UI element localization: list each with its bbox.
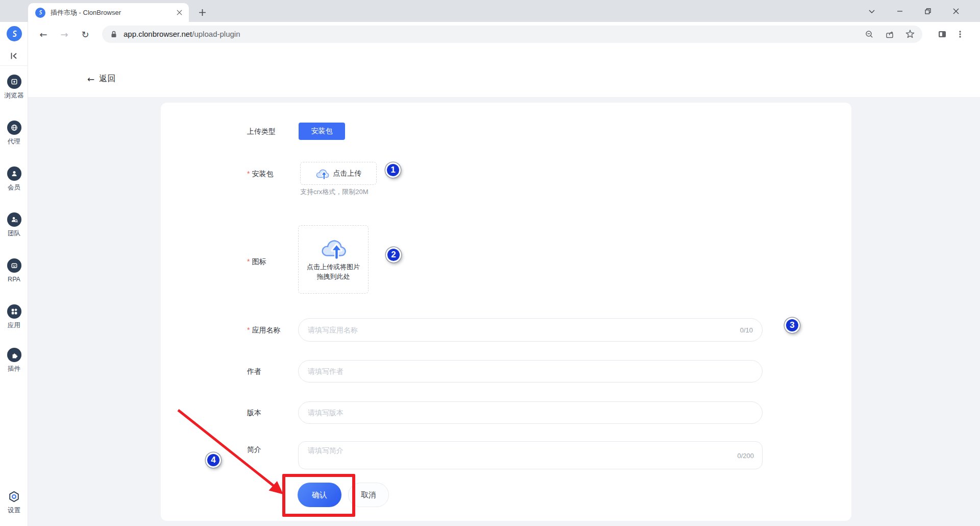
required-mark: * <box>247 257 250 266</box>
cloud-upload-icon <box>320 237 347 259</box>
back-label: 返回 <box>99 74 115 84</box>
window-controls <box>857 0 970 22</box>
app-sidebar: 浏览器 代理 会员 团队 <box>0 22 28 526</box>
author-input[interactable] <box>299 361 762 382</box>
package-hint: 支持crx格式，限制20M <box>300 187 369 197</box>
forward-nav-icon[interactable]: → <box>58 28 71 41</box>
browser-toolbar: ← → ↻ app.clonbrowser.net/upload-plugin <box>28 22 980 46</box>
sidebar-item-label: 代理 <box>8 138 20 145</box>
sidebar-item-label: 应用 <box>8 322 20 329</box>
author-field-wrap <box>298 360 763 382</box>
package-label: *安装包 <box>247 169 298 179</box>
sidebar-item-settings[interactable]: 设置 <box>0 489 28 514</box>
settings-gear-icon <box>7 489 21 504</box>
sidebar-item-label: 会员 <box>8 184 20 191</box>
app-name-input[interactable] <box>299 319 762 341</box>
required-mark: * <box>247 326 250 334</box>
lock-icon <box>109 30 118 41</box>
sidebar-divider <box>0 65 28 66</box>
page-header: ← 返回 <box>28 46 980 97</box>
annotation-badge-1: 1 <box>385 162 401 178</box>
sidebar-item-label: 插件 <box>8 365 20 372</box>
description-field-wrap: 0/200 <box>298 441 763 469</box>
sidebar-item-proxy[interactable]: 代理 <box>0 121 28 145</box>
browser-icon <box>7 75 21 89</box>
sidebar-item-rpa[interactable]: RPA <box>0 258 28 283</box>
browser-window: 插件市场 - ClonBrowser <box>0 0 980 526</box>
new-tab-button[interactable] <box>196 6 208 18</box>
back-button[interactable]: ← 返回 <box>87 74 115 84</box>
clonbrowser-logo-icon[interactable] <box>7 26 22 41</box>
puzzle-icon <box>7 348 21 362</box>
icon-upload-text: 点击上传或将图片拖拽到此处 <box>306 262 360 281</box>
sidebar-collapse-icon[interactable] <box>9 51 19 61</box>
url-text: app.clonbrowser.net/upload-plugin <box>124 26 240 43</box>
sidebar-item-browser[interactable]: 浏览器 <box>0 75 28 99</box>
app-name-counter: 0/10 <box>740 326 753 334</box>
annotation-badge-4: 4 <box>206 452 221 468</box>
sidebar-item-label: RPA <box>8 276 20 283</box>
sidebar-item-team[interactable]: 团队 <box>0 212 28 237</box>
robot-icon <box>7 258 21 273</box>
upload-plugin-form-card: 上传类型 安装包 *安装包 点击上传 支持crx格式，限制20M *图标 <box>161 103 851 521</box>
cloud-upload-icon <box>315 168 329 179</box>
package-upload-text: 点击上传 <box>333 169 362 178</box>
app-name-label: *应用名称 <box>247 325 298 335</box>
url-domain: app.clonbrowser.net <box>124 30 192 38</box>
url-bar[interactable]: app.clonbrowser.net/upload-plugin <box>102 26 922 43</box>
app-name-field-wrap: 0/10 <box>298 318 763 342</box>
zoom-icon[interactable] <box>864 29 874 39</box>
share-icon[interactable] <box>885 29 895 39</box>
browser-dropdown-icon[interactable] <box>857 0 886 22</box>
globe-icon <box>7 121 21 135</box>
annotation-highlight-rect <box>282 474 355 517</box>
annotation-badge-3: 3 <box>785 318 800 333</box>
upload-type-label: 上传类型 <box>247 126 298 136</box>
version-input[interactable] <box>299 402 762 423</box>
description-label: 简介 <box>247 444 298 455</box>
upload-type-package-button[interactable]: 安装包 <box>299 123 345 140</box>
restore-button[interactable] <box>914 0 942 22</box>
url-path: /upload-plugin <box>192 30 240 38</box>
team-icon <box>7 212 21 227</box>
icon-label: *图标 <box>247 256 298 267</box>
side-panel-icon[interactable] <box>937 29 947 39</box>
browser-tab[interactable]: 插件市场 - ClonBrowser <box>28 3 189 22</box>
icon-upload-dropzone[interactable]: 点击上传或将图片拖拽到此处 <box>298 225 369 294</box>
package-upload-button[interactable]: 点击上传 <box>300 162 377 185</box>
menu-dots-icon[interactable] <box>955 29 965 39</box>
member-icon <box>7 166 21 181</box>
annotation-badge-2: 2 <box>386 247 401 262</box>
tab-close-icon[interactable] <box>175 8 184 17</box>
author-label: 作者 <box>247 366 298 376</box>
back-arrow-icon: ← <box>87 74 94 84</box>
back-nav-icon[interactable]: ← <box>37 28 50 41</box>
reload-icon[interactable]: ↻ <box>79 28 92 41</box>
sidebar-item-label: 设置 <box>8 507 20 514</box>
sidebar-item-plugin[interactable]: 插件 <box>0 348 28 372</box>
bookmark-star-icon[interactable] <box>905 29 915 39</box>
tab-strip: 插件市场 - ClonBrowser <box>0 0 980 22</box>
page-body: 上传类型 安装包 *安装包 点击上传 支持crx格式，限制20M *图标 <box>28 97 980 526</box>
tab-title: 插件市场 - ClonBrowser <box>51 8 175 17</box>
clonbrowser-favicon-icon <box>35 8 45 18</box>
sidebar-item-apps[interactable]: 应用 <box>0 304 28 329</box>
minimize-button[interactable] <box>886 0 914 22</box>
sidebar-item-label: 团队 <box>8 230 20 237</box>
apps-grid-icon <box>7 304 21 319</box>
required-mark: * <box>247 170 250 178</box>
version-label: 版本 <box>247 408 298 418</box>
description-counter: 0/200 <box>737 451 754 459</box>
sidebar-item-member[interactable]: 会员 <box>0 166 28 191</box>
sidebar-item-label: 浏览器 <box>5 92 24 99</box>
close-button[interactable] <box>942 0 970 22</box>
description-textarea[interactable] <box>299 442 762 469</box>
version-field-wrap <box>298 401 763 424</box>
